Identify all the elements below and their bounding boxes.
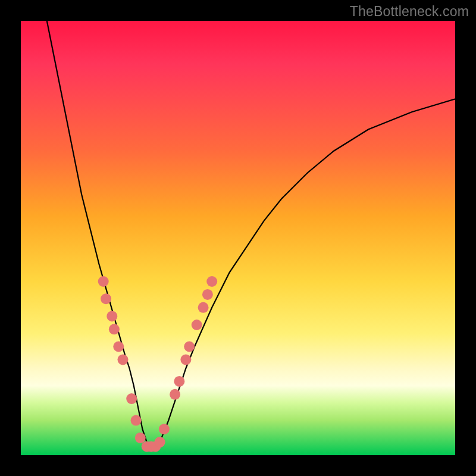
bottleneck-curve-line	[47, 21, 455, 446]
watermark-text: TheBottleneck.com	[350, 4, 469, 20]
curve-marker	[131, 415, 142, 426]
curve-marker	[174, 376, 184, 387]
curve-marker	[180, 354, 191, 365]
curve-marker	[98, 276, 109, 287]
curve-marker	[192, 320, 202, 330]
marker-group	[98, 276, 218, 452]
curve-marker	[184, 342, 195, 352]
chart-plot-area	[21, 21, 455, 455]
curve-marker	[155, 437, 165, 447]
curve-marker	[109, 324, 120, 334]
curve-marker	[113, 342, 124, 352]
curve-marker	[198, 302, 209, 313]
curve-marker	[118, 354, 129, 365]
curve-marker	[206, 276, 217, 287]
curve-marker	[202, 289, 213, 300]
curve-marker	[170, 389, 180, 400]
curve-marker	[126, 393, 137, 404]
curve-marker	[101, 293, 111, 304]
curve-marker	[107, 311, 117, 321]
curve-marker	[135, 433, 146, 443]
curve-marker	[159, 424, 170, 434]
bottleneck-chart	[21, 21, 455, 455]
